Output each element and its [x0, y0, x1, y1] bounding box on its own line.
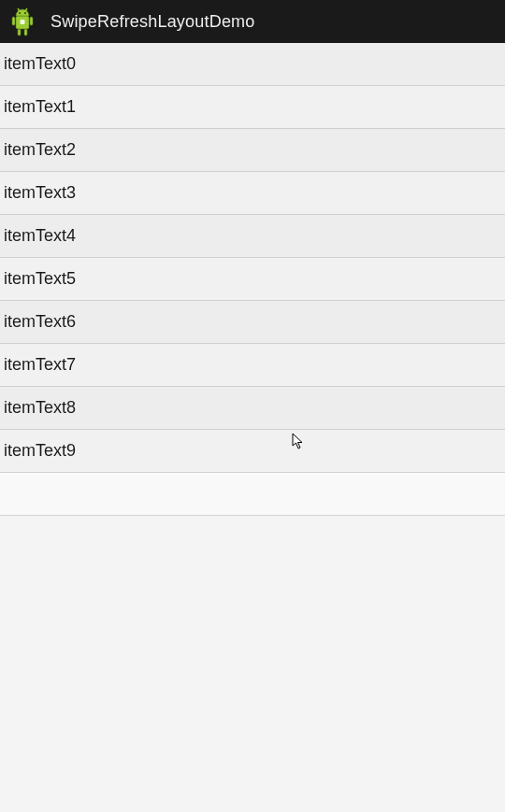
- list-item[interactable]: itemText0: [0, 43, 505, 86]
- list-item-label: itemText6: [4, 312, 76, 332]
- list-item-label: itemText4: [4, 226, 76, 246]
- app-title: SwipeRefreshLayoutDemo: [50, 12, 255, 32]
- svg-point-8: [24, 12, 26, 14]
- list-item[interactable]: itemText4: [0, 215, 505, 258]
- list-item-label: itemText3: [4, 183, 76, 203]
- list-item-label: itemText7: [4, 355, 76, 375]
- svg-point-7: [19, 12, 21, 14]
- svg-rect-1: [12, 17, 15, 25]
- list-item[interactable]: itemText7: [0, 344, 505, 387]
- svg-rect-3: [18, 29, 21, 36]
- list-item-label: itemText2: [4, 140, 76, 160]
- list-item-label: itemText1: [4, 97, 76, 117]
- list-item[interactable]: itemText3: [0, 172, 505, 215]
- list-empty-row: [0, 473, 505, 516]
- list-view[interactable]: itemText0 itemText1 itemText2 itemText3 …: [0, 43, 505, 473]
- list-item[interactable]: itemText5: [0, 258, 505, 301]
- list-item-label: itemText5: [4, 269, 76, 289]
- list-item-label: itemText0: [4, 54, 76, 74]
- list-item[interactable]: itemText9: [0, 430, 505, 473]
- list-item-label: itemText9: [4, 441, 76, 461]
- list-item[interactable]: itemText1: [0, 86, 505, 129]
- svg-rect-4: [24, 29, 27, 36]
- svg-rect-9: [21, 20, 25, 24]
- list-item-label: itemText8: [4, 398, 76, 418]
- android-app-icon: [7, 5, 37, 38]
- list-item[interactable]: itemText6: [0, 301, 505, 344]
- list-item[interactable]: itemText2: [0, 129, 505, 172]
- svg-rect-2: [30, 17, 33, 25]
- action-bar: SwipeRefreshLayoutDemo: [0, 0, 505, 43]
- list-item[interactable]: itemText8: [0, 387, 505, 430]
